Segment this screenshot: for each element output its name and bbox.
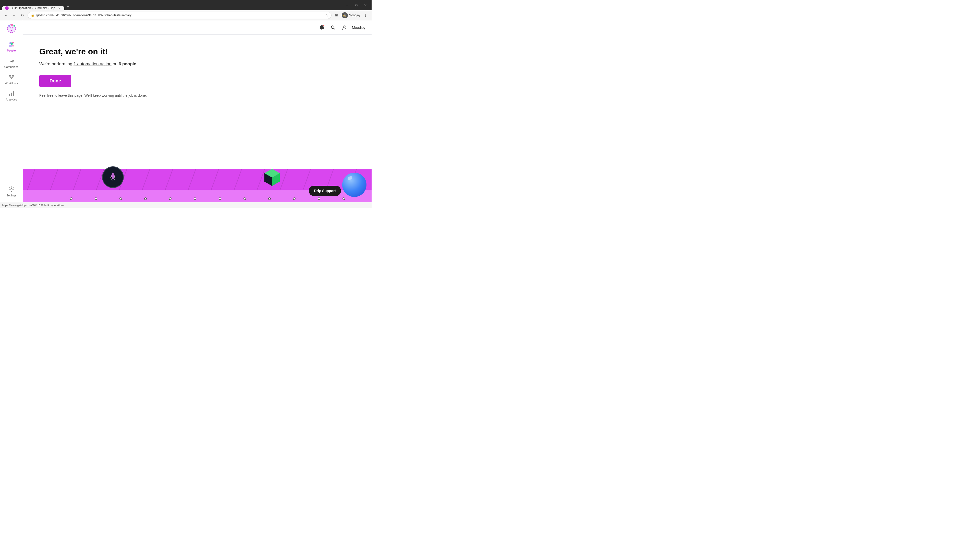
address-bar-row: ← → ↻ 🔒 getdrip.com/7641396/bulk_operati… — [0, 10, 372, 21]
sidebar-analytics-label: Analytics — [6, 98, 17, 101]
band-dot — [95, 197, 97, 200]
svg-point-8 — [11, 43, 13, 45]
analytics-icon — [8, 90, 15, 97]
svg-point-30 — [115, 177, 115, 178]
svg-point-3 — [8, 25, 10, 27]
subtext: Feel free to leave this page. We'll keep… — [39, 94, 355, 97]
drip-logo — [6, 24, 17, 34]
drip-support-button[interactable]: Drip Support — [309, 186, 341, 196]
svg-point-25 — [343, 26, 345, 28]
svg-rect-13 — [12, 75, 14, 76]
sidebar-people-label: People — [7, 49, 16, 52]
extensions-button[interactable]: ⊞ — [334, 12, 340, 18]
url-text: getdrip.com/7641396/bulk_operations/3481… — [36, 14, 323, 17]
address-actions: ⊞ 🕵 Moodjoy ⋮ — [334, 12, 369, 18]
user-button[interactable] — [341, 24, 348, 31]
active-tab[interactable]: Bulk Operation - Summary - Drip ✕ — [2, 6, 64, 10]
sidebar-workflows-label: Workflows — [5, 82, 18, 85]
sidebar-item-analytics[interactable]: Analytics — [1, 88, 22, 103]
band-dot — [268, 197, 271, 200]
svg-point-10 — [12, 45, 14, 47]
band-dot — [119, 197, 122, 200]
band-dots-row — [43, 197, 372, 200]
3d-cube — [262, 168, 282, 188]
description-text: We're performing 1 automation action on … — [39, 62, 355, 67]
incognito-label: Moodjoy — [349, 14, 360, 17]
new-tab-button[interactable]: + — [64, 3, 72, 10]
incognito-badge: 🕵 Moodjoy — [342, 12, 360, 18]
page-body: Great, we're on it! We're performing 1 a… — [23, 35, 372, 202]
svg-point-11 — [11, 61, 12, 62]
notification-button[interactable] — [318, 24, 325, 31]
main-content: Moodjoy Great, we're on it! We're perfor… — [23, 21, 372, 202]
svg-point-22 — [11, 189, 12, 190]
browser-tab-bar: Bulk Operation - Summary - Drip ✕ + − ⧉ … — [0, 0, 372, 10]
close-button[interactable]: ✕ — [361, 1, 369, 9]
maximize-button[interactable]: ⧉ — [352, 1, 360, 9]
notification-dot — [323, 24, 325, 27]
description-suffix: . — [138, 62, 139, 66]
band-dot — [219, 197, 221, 200]
automation-action-link[interactable]: 1 automation action — [73, 62, 111, 66]
incognito-icon: 🕵 — [342, 12, 348, 18]
bookmark-icon[interactable]: ☆ — [325, 13, 328, 17]
tab-favicon — [5, 6, 9, 10]
svg-point-1 — [10, 27, 11, 29]
search-button[interactable] — [329, 24, 337, 31]
svg-point-4 — [11, 24, 13, 26]
band-dot — [243, 197, 246, 200]
success-heading: Great, we're on it! — [39, 47, 355, 56]
app-layout: People Campaigns — [0, 21, 372, 202]
svg-point-5 — [13, 25, 15, 27]
svg-point-23 — [321, 29, 322, 30]
campaigns-icon — [8, 57, 15, 64]
people-count: 6 people — [119, 62, 136, 66]
top-header: Moodjoy — [23, 21, 372, 35]
sidebar-item-campaigns[interactable]: Campaigns — [1, 55, 22, 70]
sidebar-item-settings[interactable]: Settings — [1, 184, 22, 199]
back-button[interactable]: ← — [3, 12, 9, 18]
refresh-button[interactable]: ↻ — [19, 12, 25, 18]
svg-rect-20 — [11, 93, 12, 96]
forward-button[interactable]: → — [11, 12, 18, 18]
people-icon — [8, 41, 15, 48]
band-dot — [169, 197, 172, 200]
settings-icon — [8, 186, 15, 193]
user-name: Moodjoy — [352, 25, 366, 30]
sidebar-item-people[interactable]: People — [1, 39, 22, 54]
workflows-icon — [8, 73, 15, 81]
sidebar-item-workflows[interactable]: Workflows — [1, 71, 22, 87]
menu-button[interactable]: ⋮ — [363, 12, 369, 18]
description-on: on — [113, 62, 119, 66]
lock-icon: 🔒 — [31, 14, 35, 17]
band-dot — [318, 197, 320, 200]
drip-mascot-face — [102, 166, 124, 188]
svg-point-9 — [9, 45, 12, 47]
band-dot — [144, 197, 147, 200]
tab-title: Bulk Operation - Summary - Drip — [11, 6, 55, 10]
sidebar-campaigns-label: Campaigns — [4, 65, 19, 68]
svg-point-2 — [12, 27, 14, 29]
svg-point-29 — [111, 177, 112, 178]
svg-rect-12 — [9, 75, 11, 76]
minimize-button[interactable]: − — [343, 1, 351, 9]
band-dot — [70, 197, 73, 200]
band-dot — [194, 197, 196, 200]
sidebar: People Campaigns — [0, 21, 23, 202]
sidebar-settings-label: Settings — [6, 194, 17, 197]
window-controls: − ⧉ ✕ — [343, 0, 369, 10]
status-url-text: https://www.getdrip.com/7641396/bulk_ope… — [2, 204, 64, 207]
band-dot — [293, 197, 296, 200]
band-dot — [342, 197, 345, 200]
description-prefix: We're performing — [39, 62, 73, 66]
svg-rect-21 — [13, 91, 14, 96]
status-bar: https://www.getdrip.com/7641396/bulk_ope… — [0, 202, 372, 208]
user-section[interactable]: Moodjoy — [352, 25, 366, 30]
tab-close-button[interactable]: ✕ — [57, 6, 61, 10]
blue-sphere — [342, 173, 366, 197]
address-field[interactable]: 🔒 getdrip.com/7641396/bulk_operations/34… — [27, 12, 331, 19]
done-button[interactable]: Done — [39, 75, 71, 87]
svg-rect-19 — [9, 94, 10, 96]
